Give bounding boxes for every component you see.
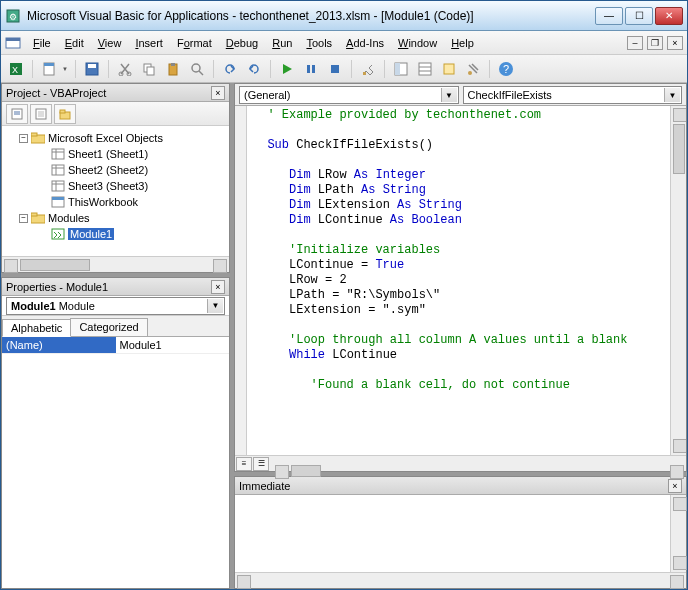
- tree-folder-excel-objects[interactable]: − Microsoft Excel Objects: [6, 130, 225, 146]
- insert-dropdown-icon[interactable]: ▼: [62, 66, 70, 72]
- tree-item-thisworkbook[interactable]: ThisWorkbook: [6, 194, 225, 210]
- help-button[interactable]: ?: [495, 58, 517, 80]
- svg-rect-7: [44, 63, 54, 66]
- procedure-combo[interactable]: CheckIfFileExists▼: [463, 86, 683, 104]
- menu-window[interactable]: Window: [392, 35, 443, 51]
- copy-button[interactable]: [138, 58, 160, 80]
- break-button[interactable]: [300, 58, 322, 80]
- tab-categorized[interactable]: Categorized: [70, 318, 147, 336]
- tree-folder-modules[interactable]: − Modules: [6, 210, 225, 226]
- svg-rect-39: [31, 133, 37, 136]
- close-button[interactable]: ✕: [655, 7, 683, 25]
- undo-button[interactable]: [219, 58, 241, 80]
- project-h-scrollbar[interactable]: [2, 256, 229, 272]
- redo-button[interactable]: [243, 58, 265, 80]
- minimize-button[interactable]: —: [595, 7, 623, 25]
- immediate-close-button[interactable]: ×: [668, 479, 682, 493]
- insert-button[interactable]: [38, 58, 60, 80]
- folder-icon: [31, 211, 45, 225]
- toolbox-button[interactable]: [462, 58, 484, 80]
- properties-pane: Properties - Module1 × Module1 Module ▼ …: [1, 277, 230, 589]
- code-v-scrollbar[interactable]: [670, 106, 686, 455]
- maximize-button[interactable]: ☐: [625, 7, 653, 25]
- property-row-name[interactable]: (Name) Module1: [2, 337, 229, 354]
- code-editor[interactable]: ' Example provided by techonthenet.com S…: [247, 106, 670, 455]
- worksheet-icon: [51, 163, 65, 177]
- svg-rect-52: [31, 213, 37, 216]
- tab-alphabetic[interactable]: Alphabetic: [2, 319, 71, 337]
- menubar: File Edit View Insert Format Debug Run T…: [1, 31, 687, 55]
- mdi-system-icon[interactable]: [5, 35, 21, 51]
- object-browser-button[interactable]: [438, 58, 460, 80]
- view-excel-button[interactable]: X: [5, 58, 27, 80]
- menu-insert[interactable]: Insert: [129, 35, 169, 51]
- tree-item-sheet3[interactable]: Sheet3 (Sheet3): [6, 178, 225, 194]
- menu-help[interactable]: Help: [445, 35, 480, 51]
- svg-point-16: [192, 64, 200, 72]
- svg-rect-13: [147, 67, 154, 75]
- window-title: Microsoft Visual Basic for Applications …: [27, 9, 595, 23]
- tree-item-sheet1[interactable]: Sheet1 (Sheet1): [6, 146, 225, 162]
- svg-text:⚙: ⚙: [9, 12, 17, 22]
- svg-rect-27: [444, 64, 454, 74]
- mdi-restore-button[interactable]: ❐: [647, 36, 663, 50]
- module-icon: [51, 227, 65, 241]
- mdi-area: Project - VBAProject × − Microsoft Excel…: [1, 83, 687, 589]
- right-area: (General)▼ CheckIfFileExists▼ ' Example …: [234, 83, 687, 589]
- design-mode-button[interactable]: [357, 58, 379, 80]
- svg-rect-21: [363, 72, 366, 75]
- mdi-minimize-button[interactable]: –: [627, 36, 643, 50]
- full-module-view-button[interactable]: ☰: [253, 457, 269, 471]
- code-margin[interactable]: [235, 106, 247, 455]
- menu-debug[interactable]: Debug: [220, 35, 264, 51]
- svg-rect-35: [38, 111, 44, 117]
- menu-tools[interactable]: Tools: [300, 35, 338, 51]
- run-button[interactable]: [276, 58, 298, 80]
- menu-addins[interactable]: Add-Ins: [340, 35, 390, 51]
- menu-format[interactable]: Format: [171, 35, 218, 51]
- menu-view[interactable]: View: [92, 35, 128, 51]
- cut-button[interactable]: [114, 58, 136, 80]
- properties-pane-close-button[interactable]: ×: [211, 280, 225, 294]
- save-button[interactable]: [81, 58, 103, 80]
- procedure-view-button[interactable]: ≡: [236, 457, 252, 471]
- svg-rect-37: [60, 110, 65, 113]
- vba-window: ⚙ Microsoft Visual Basic for Application…: [0, 0, 688, 590]
- view-object-button[interactable]: [30, 104, 52, 124]
- project-explorer-button[interactable]: [390, 58, 412, 80]
- project-pane-close-button[interactable]: ×: [211, 86, 225, 100]
- mdi-close-button[interactable]: ×: [667, 36, 683, 50]
- worksheet-icon: [51, 179, 65, 193]
- svg-rect-3: [6, 38, 20, 41]
- properties-grid[interactable]: (Name) Module1: [2, 337, 229, 588]
- immediate-h-scrollbar[interactable]: [235, 572, 686, 588]
- collapse-icon[interactable]: −: [19, 214, 28, 223]
- svg-line-17: [199, 71, 203, 75]
- svg-rect-24: [419, 63, 431, 75]
- dropdown-icon: ▼: [207, 299, 223, 313]
- immediate-editor[interactable]: [235, 495, 670, 572]
- project-tree[interactable]: − Microsoft Excel Objects Sheet1 (Sheet1…: [2, 126, 229, 256]
- reset-button[interactable]: [324, 58, 346, 80]
- immediate-v-scrollbar[interactable]: [670, 495, 686, 572]
- properties-pane-title: Properties - Module1: [6, 281, 211, 293]
- toggle-folders-button[interactable]: [54, 104, 76, 124]
- workbook-icon: [51, 195, 65, 209]
- dropdown-icon: ▼: [441, 88, 457, 102]
- view-code-button[interactable]: [6, 104, 28, 124]
- tree-item-sheet2[interactable]: Sheet2 (Sheet2): [6, 162, 225, 178]
- collapse-icon[interactable]: −: [19, 134, 28, 143]
- menu-file[interactable]: File: [27, 35, 57, 51]
- find-button[interactable]: [186, 58, 208, 80]
- project-toolbar: [2, 102, 229, 126]
- properties-window-button[interactable]: [414, 58, 436, 80]
- menu-edit[interactable]: Edit: [59, 35, 90, 51]
- menu-run[interactable]: Run: [266, 35, 298, 51]
- properties-object-combo[interactable]: Module1 Module ▼: [6, 297, 225, 315]
- tree-item-module1[interactable]: Module1: [6, 226, 225, 242]
- svg-rect-46: [52, 181, 64, 191]
- object-combo[interactable]: (General)▼: [239, 86, 459, 104]
- paste-button[interactable]: [162, 58, 184, 80]
- titlebar: ⚙ Microsoft Visual Basic for Application…: [1, 1, 687, 31]
- svg-rect-19: [312, 65, 315, 73]
